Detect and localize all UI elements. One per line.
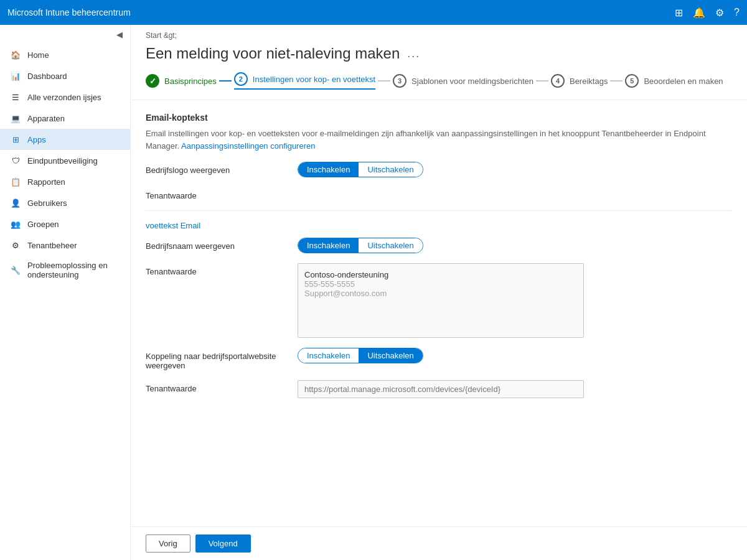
sidebar-item-apps[interactable]: ⊞ Apps (0, 129, 130, 150)
sidebar-item-dashboard[interactable]: 📊 Dashboard (0, 65, 130, 86)
wizard-step-basisprincipes[interactable]: ✓ Basisprincipes (146, 74, 217, 88)
shield-icon: 🛡 (10, 155, 21, 166)
sidebar-item-tenantbeheer[interactable]: ⚙ Tenantbeheer (0, 235, 130, 256)
bedrijfslogo-inschakelen-button[interactable]: Inschakelen (298, 162, 359, 177)
wizard-steps: ✓ Basisprincipes 2 Instellingen voor kop… (131, 72, 747, 100)
content-area: Start &gt; Een melding voor niet-nalevin… (131, 25, 747, 526)
sidebar-item-rapporten[interactable]: 📋 Rapporten (0, 171, 130, 192)
step-circle-5: 5 (625, 74, 639, 88)
topbar: Microsoft Intune beheercentrum ⊞ 🔔 ⚙ ? (0, 0, 747, 25)
sidebar-item-label: Groepen (27, 220, 59, 229)
bedrijfsnaam-label: Bedrijfsnaam weergeven (146, 238, 283, 251)
section-divider-1 (146, 210, 732, 211)
footer: Vorig Volgend (131, 526, 747, 560)
koppeling-toggle: Inschakelen Uitschakelen (298, 348, 423, 363)
sidebar-collapse-button[interactable]: ◀ (0, 25, 130, 44)
tenant-name-hint1: 555-555-5555 (304, 279, 577, 289)
sidebar-item-probleemoplossing[interactable]: 🔧 Probleemoplossing en ondersteuning (0, 256, 130, 284)
bedrijfslogo-uitschakelen-button[interactable]: Uitschakelen (359, 162, 422, 177)
sidebar: ◀ 🏠 Home 📊 Dashboard ☰ Alle verzonden ij… (0, 25, 131, 560)
sidebar-item-gebruikers[interactable]: 👤 Gebruikers (0, 192, 130, 213)
wizard-step-instellingen[interactable]: 2 Instellingen voor kop- en voettekst (234, 72, 375, 90)
step-label-3: Sjablonen voor meldingsberichten (411, 77, 533, 86)
sidebar-item-label: Apparaten (27, 114, 65, 123)
apps-icon: ⊞ (10, 134, 21, 145)
tenant-name-line1: Contoso-ondersteuning (304, 270, 388, 279)
sidebar-item-home[interactable]: 🏠 Home (0, 44, 130, 65)
step-circle-3: 3 (393, 74, 406, 88)
tenantwaarde-koppeling-label: Tenantwaarde (146, 380, 283, 393)
wrench-icon: 🔧 (10, 264, 21, 276)
step-label-2: Instellingen voor kop- en voettekst (253, 75, 375, 84)
sidebar-item-apparaten[interactable]: 💻 Apparaten (0, 108, 130, 129)
wizard-step-bereiktags[interactable]: 4 Bereiktags (551, 74, 608, 88)
more-options-button[interactable]: ... (407, 47, 420, 60)
tenant-name-hint2: Support@contoso.com (304, 289, 577, 298)
tenantwaarde-naam-row: Tenantwaarde Contoso-ondersteuning 555-5… (146, 263, 732, 338)
tenantwaarde-logo-row: Tenantwaarde (146, 187, 732, 200)
topbar-title: Microsoft Intune beheercentrum (7, 7, 675, 17)
step-circle-4: 4 (551, 74, 565, 88)
sidebar-item-label: Probleemoplossing en ondersteuning (27, 261, 120, 279)
sidebar-item-label: Home (27, 50, 49, 60)
bell-icon[interactable]: 🔔 (693, 7, 705, 19)
tenantwaarde-logo-label: Tenantwaarde (146, 187, 283, 200)
bedrijfsnaam-toggle-group: Inschakelen Uitschakelen (298, 238, 423, 253)
koppeling-label: Koppeling naar bedrijfsportalwebsite wee… (146, 348, 283, 370)
bedrijfsnaam-uitschakelen-button[interactable]: Uitschakelen (359, 238, 422, 253)
koppeling-inschakelen-button[interactable]: Inschakelen (298, 348, 359, 363)
tenantwaarde-logo-value (298, 187, 732, 191)
bedrijfsnaam-inschakelen-button[interactable]: Inschakelen (298, 238, 359, 253)
user-icon: 👤 (10, 197, 21, 208)
email-header-section-title: Email-koptekst (146, 113, 732, 123)
step-label-5: Beoordelen en maken (644, 77, 723, 86)
page-header: Een melding voor niet-naleving maken ... (131, 40, 747, 72)
breadcrumb: Start &gt; (131, 25, 747, 40)
bedrijfsnaam-row: Bedrijfsnaam weergeven Inschakelen Uitsc… (146, 238, 732, 253)
sidebar-item-label: Rapporten (27, 177, 65, 187)
vorig-button[interactable]: Vorig (146, 534, 190, 553)
sidebar-item-label: Dashboard (27, 72, 67, 81)
wizard-step-sjablonen[interactable]: 3 Sjablonen voor meldingsberichten (393, 74, 533, 88)
step-separator-4 (610, 80, 622, 82)
reports-icon: 📋 (10, 176, 21, 187)
bedrijfslogo-toggle-group: Inschakelen Uitschakelen (298, 162, 423, 177)
step-separator-3 (536, 80, 548, 82)
tenantwaarde-naam-box: Contoso-ondersteuning 555-555-5555 Suppo… (298, 263, 584, 338)
portal-icon[interactable]: ⊞ (675, 7, 683, 19)
home-icon: 🏠 (10, 49, 21, 60)
step-separator-1 (219, 80, 232, 82)
sidebar-item-label: Tenantbeheer (27, 241, 77, 250)
sidebar-item-label: Gebruikers (27, 198, 67, 208)
bedrijfslogo-row: Bedrijfslogo weergeven Inschakelen Uitsc… (146, 162, 732, 177)
wizard-step-beoordelen[interactable]: 5 Beoordelen en maken (625, 74, 723, 88)
sidebar-item-groepen[interactable]: 👥 Groepen (0, 213, 130, 235)
sidebar-item-eindpuntbeveiliging[interactable]: 🛡 Eindpuntbeveiliging (0, 150, 130, 171)
sidebar-item-label: Alle verzonden ijsjes (27, 93, 101, 102)
volgend-button[interactable]: Volgend (195, 534, 251, 553)
step-separator-2 (378, 80, 390, 82)
topbar-icons: ⊞ 🔔 ⚙ ? (675, 7, 740, 19)
koppeling-uitschakelen-button[interactable]: Uitschakelen (359, 348, 422, 363)
breadcrumb-text: Start &gt; (146, 31, 177, 40)
groups-icon: 👥 (10, 218, 21, 230)
koppeling-row: Koppeling naar bedrijfsportalwebsite wee… (146, 348, 732, 370)
customize-link[interactable]: Aanpassingsinstellingen configureren (181, 141, 315, 151)
gear-icon[interactable]: ⚙ (715, 7, 724, 19)
sidebar-item-alle-verzonden[interactable]: ☰ Alle verzonden ijsjes (0, 86, 130, 108)
tenantwaarde-naam-label: Tenantwaarde (146, 263, 283, 276)
email-header-desc: Email instellingen voor kop- en voetteks… (146, 128, 732, 152)
main-layout: ◀ 🏠 Home 📊 Dashboard ☰ Alle verzonden ij… (0, 25, 747, 560)
help-icon[interactable]: ? (734, 7, 740, 18)
dashboard-icon: 📊 (10, 70, 21, 82)
voettekst-section-title: voettekst Email (146, 221, 732, 230)
bedrijfslogo-label: Bedrijfslogo weergeven (146, 162, 283, 175)
tenantwaarde-koppeling-row: Tenantwaarde (146, 380, 732, 398)
bedrijfslogo-toggle: Inschakelen Uitschakelen (298, 162, 423, 177)
voettekst-label-text: voettekst Email (146, 221, 200, 230)
koppeling-input[interactable] (298, 380, 584, 398)
devices-icon: 💻 (10, 113, 21, 124)
step-label-1: Basisprincipes (164, 77, 217, 86)
bedrijfsnaam-toggle: Inschakelen Uitschakelen (298, 238, 423, 253)
koppeling-toggle-group: Inschakelen Uitschakelen (298, 348, 423, 363)
